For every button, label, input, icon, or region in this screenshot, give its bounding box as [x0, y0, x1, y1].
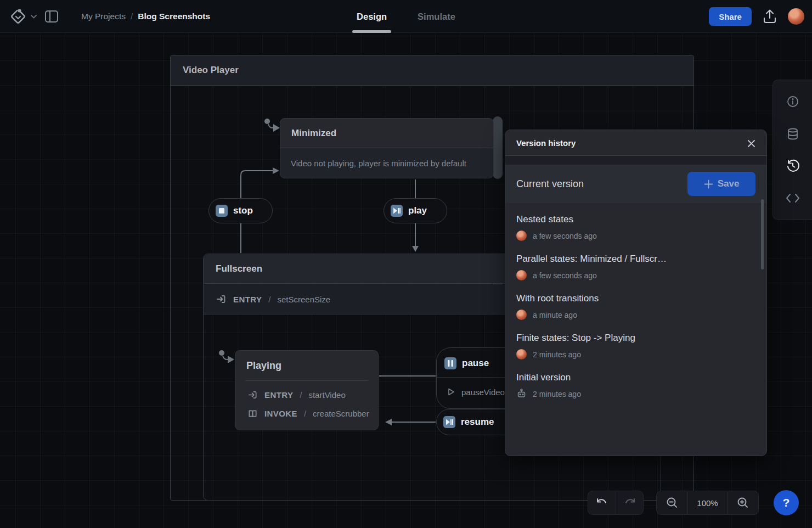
- current-version-row: Current version Save: [505, 165, 766, 203]
- state-minimized-description: Video not playing, player is minimized b…: [280, 148, 493, 178]
- panel-shade: [505, 156, 766, 165]
- breadcrumb-project[interactable]: My Projects: [81, 12, 126, 21]
- undo-icon[interactable]: [588, 491, 616, 514]
- app-logo[interactable]: [9, 7, 37, 26]
- author-avatar: [516, 310, 527, 320]
- undo-redo-group: [588, 491, 644, 515]
- state-minimized[interactable]: Minimized Video not playing, player is m…: [280, 118, 494, 178]
- redo-icon[interactable]: [616, 491, 643, 514]
- tab-simulate[interactable]: Simulate: [418, 0, 455, 33]
- breadcrumb-page: Blog Screenshots: [138, 12, 210, 21]
- entry-icon: [247, 390, 258, 400]
- author-avatar: [516, 270, 527, 280]
- play-pause-icon: [443, 416, 455, 428]
- state-playing[interactable]: Playing ENTRY / startVideo: [235, 350, 379, 430]
- sidebar-toggle-icon[interactable]: [45, 10, 58, 23]
- event-play[interactable]: play: [384, 198, 447, 223]
- history-icon[interactable]: [783, 156, 803, 176]
- zoom-controls: 100%: [656, 491, 759, 515]
- chevron-down-icon: [31, 15, 37, 19]
- entry-action: setScreenSize: [277, 295, 330, 304]
- code-icon[interactable]: [783, 188, 803, 208]
- zoom-out-icon[interactable]: [657, 491, 687, 514]
- info-icon[interactable]: [783, 92, 803, 111]
- minimized-right-edge: [493, 116, 503, 179]
- event-stop[interactable]: stop: [208, 198, 273, 223]
- version-item[interactable]: With root transitions a minute ago: [516, 293, 755, 320]
- stately-editor: Video Player: [0, 0, 812, 528]
- version-item[interactable]: Parallel states: Minimized / Fullscr… a …: [516, 254, 755, 280]
- author-avatar: [516, 349, 527, 360]
- invoke-icon: [247, 408, 258, 419]
- zoom-in-icon[interactable]: [728, 491, 758, 514]
- play-pause-icon: [391, 205, 403, 217]
- panel-scrollbar[interactable]: [761, 199, 764, 269]
- diagram-canvas[interactable]: Video Player: [0, 33, 812, 528]
- entry-icon: [216, 294, 227, 305]
- state-title: Video Player: [183, 65, 239, 76]
- user-avatar[interactable]: [788, 8, 804, 25]
- state-playing-entry[interactable]: ENTRY / startVideo: [235, 385, 378, 404]
- save-version-button[interactable]: Save: [687, 172, 755, 196]
- help-button[interactable]: ?: [774, 490, 799, 515]
- author-avatar: [516, 231, 527, 241]
- state-playing-invoke[interactable]: INVOKE / createScrubber: [235, 404, 378, 423]
- plus-icon: [704, 179, 713, 189]
- entry-keyword: ENTRY: [233, 295, 262, 304]
- state-minimized-title[interactable]: Minimized: [280, 119, 493, 148]
- version-item[interactable]: Nested states a few seconds ago: [516, 214, 755, 241]
- version-history-title: Version history: [516, 138, 576, 148]
- state-playing-title[interactable]: Playing: [235, 351, 378, 380]
- close-icon[interactable]: [745, 137, 758, 150]
- version-item[interactable]: Finite states: Stop -> Playing 2 minutes…: [516, 333, 755, 360]
- version-history-panel: Version history Current version Save Nes…: [505, 130, 767, 456]
- stop-icon: [216, 205, 228, 217]
- version-list: Nested states a few seconds ago Parallel…: [505, 203, 766, 399]
- bot-icon: [516, 389, 527, 399]
- zoom-level: 100%: [687, 491, 728, 514]
- current-version-label: Current version: [516, 178, 584, 190]
- version-item[interactable]: Initial version 2 minutes ago: [516, 372, 755, 399]
- share-button[interactable]: Share: [709, 7, 752, 26]
- tab-design[interactable]: Design: [357, 0, 387, 33]
- export-icon[interactable]: [763, 9, 777, 24]
- data-icon[interactable]: [783, 124, 803, 144]
- breadcrumb: My Projects / Blog Screenshots: [81, 0, 210, 33]
- state-video-player-header[interactable]: Video Player: [171, 55, 693, 86]
- action-icon: [448, 388, 455, 396]
- pause-icon: [444, 357, 456, 369]
- top-bar: My Projects / Blog Screenshots Design Si…: [0, 0, 812, 33]
- right-toolbar: [772, 80, 812, 220]
